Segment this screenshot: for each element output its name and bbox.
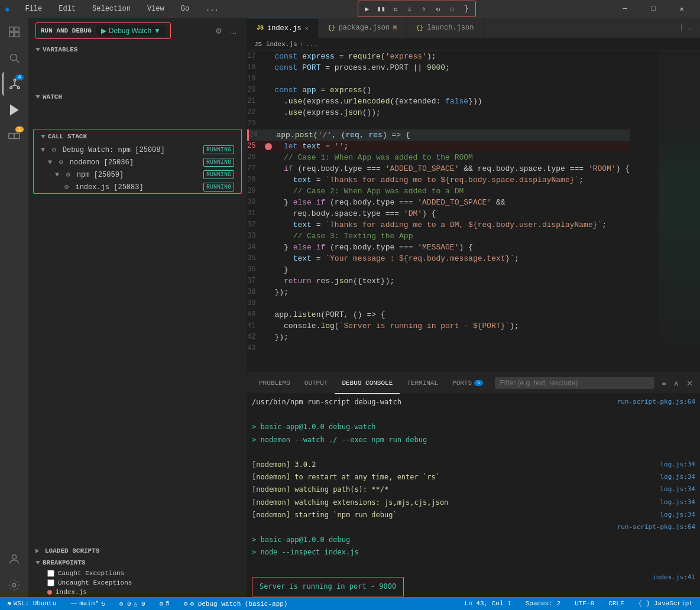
menu-view[interactable]: View <box>144 4 168 14</box>
stop-button[interactable]: ☐ <box>446 2 459 15</box>
panel-tab-terminal[interactable]: TERMINAL <box>400 373 445 394</box>
console-line-empty2 <box>252 446 695 459</box>
menu-selection[interactable]: Selection <box>89 4 134 14</box>
more-tabs-button[interactable]: … <box>686 24 695 32</box>
debug-config-button[interactable]: ▶ Debug Watch ▼ <box>96 25 166 36</box>
activity-run-debug[interactable] <box>2 98 26 122</box>
detach-button[interactable]: } <box>460 2 473 15</box>
file-ref-1[interactable]: run-script-pkg.js:64 <box>617 397 695 407</box>
variables-section-header[interactable]: VARIABLES <box>28 44 247 56</box>
activity-source-control[interactable]: 4 <box>2 72 26 96</box>
menu-more[interactable]: ... <box>202 4 222 14</box>
panel-content: /usr/bin/npm run-script debug-watch run-… <box>247 394 700 597</box>
activity-extensions[interactable]: 1 <box>2 124 26 148</box>
callstack-status-2: RUNNING <box>203 170 234 179</box>
breakpoint-caught[interactable]: Caught Exceptions <box>28 569 247 578</box>
encoding-label: UTF-8 <box>575 600 594 607</box>
breadcrumb-context[interactable]: ... <box>306 41 317 48</box>
panel-tab-problems[interactable]: PROBLEMS <box>252 373 297 394</box>
continue-button[interactable]: ▶ <box>361 2 374 15</box>
step-into-button[interactable]: ⇑ <box>417 2 430 15</box>
menu-bar: ◆ File Edit Selection View Go ... ▶ ▮▮ ↻… <box>0 0 700 18</box>
activity-search[interactable] <box>2 46 26 70</box>
settings-gear-button[interactable]: ⚙ <box>213 25 225 37</box>
tab-packagejson[interactable]: {} package.json M <box>319 18 407 38</box>
maximize-button[interactable]: □ <box>640 0 667 18</box>
breakpoint-indexjs[interactable]: index.js <box>28 588 247 597</box>
split-editor-button[interactable]: ⎹ <box>673 24 684 32</box>
tab-close-indexjs[interactable]: ✕ <box>305 25 309 32</box>
panel-tab-ports[interactable]: PORTS 5 <box>445 373 490 394</box>
activity-settings[interactable] <box>2 573 26 597</box>
panel-tab-output[interactable]: OUTPUT <box>297 373 335 394</box>
problems-label: PROBLEMS <box>259 379 290 387</box>
panel-minimize-button[interactable]: ∧ <box>671 378 682 389</box>
panel-tab-debug-console[interactable]: DEBUG CONSOLE <box>335 373 400 394</box>
callstack-item-2[interactable]: ▼ ⚙ npm [25059] RUNNING <box>34 168 241 181</box>
code-editor[interactable]: 17 const express = require('express'); 1… <box>247 51 659 372</box>
tab-launchjson[interactable]: {} launch.json <box>407 18 484 38</box>
debug-toolbar: ▶ ▮▮ ↻ ⇓ ⇑ ↻ ☐ } <box>358 1 476 17</box>
status-debug-session[interactable]: ⚙ ⚙ Debug Watch (basic-app) <box>182 600 290 608</box>
status-branch[interactable]: ⸻ main* ↻ <box>68 600 108 608</box>
status-spaces[interactable]: Spaces: 2 <box>523 600 563 607</box>
callstack-item-3[interactable]: ⚙ index.js [25083] RUNNING <box>34 181 241 193</box>
file-ref-3[interactable]: log.js:34 <box>660 472 695 482</box>
minimize-button[interactable]: — <box>611 0 639 18</box>
callstack-item-1[interactable]: ▼ ⚙ nodemon [25036] RUNNING <box>34 156 241 168</box>
breadcrumb-file[interactable]: JS index.js <box>254 41 297 48</box>
status-language[interactable]: { } JavaScript <box>636 600 695 607</box>
console-line-empty3: run-script-pkg.js:64 <box>252 521 695 534</box>
code-line-42: 42 }); <box>247 332 630 343</box>
breakpoint-uncaught[interactable]: Uncaught Exceptions <box>28 578 247 588</box>
menu-file[interactable]: File <box>21 4 46 14</box>
file-ref-7[interactable]: run-script-pkg.js:64 <box>617 522 695 533</box>
terminal-label: TERMINAL <box>407 379 438 387</box>
restart-button[interactable]: ↻ <box>389 2 402 15</box>
watch-section-header[interactable]: WATCH <box>28 91 247 103</box>
tab-indexjs[interactable]: JS index.js ✕ <box>247 18 319 38</box>
code-line-26: 26 // Case 1: When App was added to the … <box>247 152 630 163</box>
more-actions-button[interactable]: … <box>227 25 239 37</box>
gear-icon-1: ⚙ <box>59 158 63 167</box>
activity-account[interactable] <box>2 547 26 571</box>
status-debug-count[interactable]: ⚙ 5 <box>157 600 172 608</box>
file-ref-4[interactable]: log.js:34 <box>660 484 695 495</box>
status-encoding[interactable]: UTF-8 <box>572 600 597 607</box>
loaded-scripts-header[interactable]: LOADED SCRIPTS <box>28 545 247 557</box>
status-errors[interactable]: ⊘ 0 △ 0 <box>117 600 148 608</box>
callstack-item-0[interactable]: ▼ ⚙ Debug Watch: npm [25008] RUNNING <box>34 144 241 156</box>
console-line-empty4 <box>252 559 695 571</box>
breakpoint-dot <box>47 590 52 595</box>
tab-icon-packagejson: {} <box>328 25 335 31</box>
console-line-npm-run: /usr/bin/npm run-script debug-watch run-… <box>252 396 695 408</box>
step-back-button[interactable]: ↻ <box>432 2 445 15</box>
breakpoints-header[interactable]: BREAKPOINTS <box>28 557 247 569</box>
call-stack-header[interactable]: CALL STACK <box>34 129 241 144</box>
file-ref-2[interactable]: log.js:34 <box>660 459 695 470</box>
status-wsl[interactable]: ⚑ WSL: Ubuntu <box>5 600 59 608</box>
step-over-button[interactable]: ⇓ <box>403 2 416 15</box>
svg-point-7 <box>10 87 12 89</box>
panel-menu-button[interactable]: ≡ <box>659 378 669 389</box>
file-ref-5[interactable]: log.js:34 <box>660 497 695 508</box>
gear-icon-2: ⚙ <box>66 171 70 179</box>
file-ref-6[interactable]: log.js:34 <box>660 510 695 520</box>
pause-button[interactable]: ▮▮ <box>375 2 388 15</box>
activity-explorer[interactable] <box>2 20 26 44</box>
caught-exceptions-checkbox[interactable] <box>47 570 54 577</box>
console-filter-input[interactable] <box>495 377 654 389</box>
menu-edit[interactable]: Edit <box>55 4 79 14</box>
file-ref-8[interactable]: index.js:41 <box>652 572 695 583</box>
console-text-2: > basic-app@1.0.0 debug-watch <box>252 421 376 433</box>
code-line-17: 17 const express = require('express'); <box>247 51 630 62</box>
watch-content <box>28 103 247 126</box>
close-button[interactable]: ✕ <box>668 0 695 18</box>
menu-go[interactable]: Go <box>177 4 193 14</box>
breakpoints-collapse-icon <box>35 561 40 564</box>
tab-icon-launchjson: {} <box>416 25 423 31</box>
status-position[interactable]: Ln 43, Col 1 <box>462 600 514 607</box>
status-line-endings[interactable]: CRLF <box>606 600 626 607</box>
uncaught-exceptions-checkbox[interactable] <box>47 579 54 586</box>
panel-close-button[interactable]: ✕ <box>684 378 695 389</box>
